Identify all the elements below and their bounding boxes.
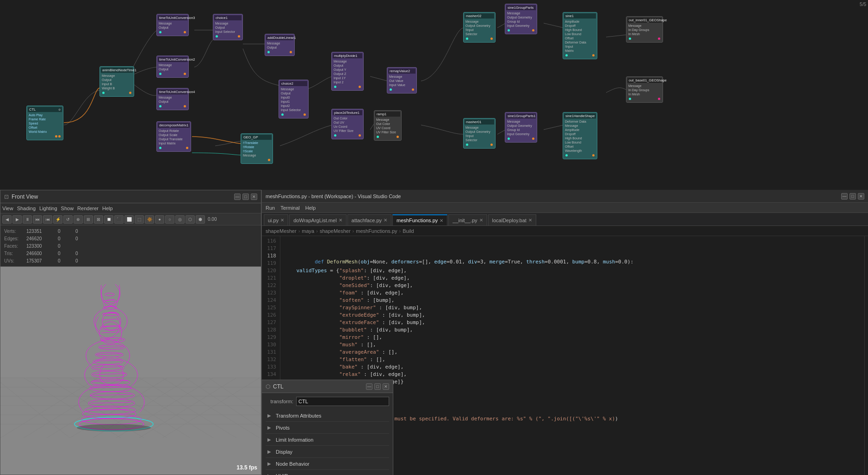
- tab-dowrap[interactable]: doWrapArgList.mel ✕: [289, 214, 346, 225]
- tab-close-dowrap[interactable]: ✕: [339, 218, 342, 223]
- section-display[interactable]: ▶ Display: [266, 446, 389, 458]
- breadcrumb-item-1[interactable]: shapeMesher: [266, 228, 297, 234]
- breadcrumb-item-5[interactable]: Build: [403, 228, 414, 234]
- section-uuid[interactable]: ▶ UUID: [266, 470, 389, 475]
- tab-localdeploy[interactable]: localDeploy.bat ✕: [488, 214, 536, 225]
- breadcrumb-item-4[interactable]: meshFunctions.py: [356, 228, 397, 234]
- node-out-inner[interactable]: out_inner01_GEOShape Message In Day Grou…: [626, 16, 663, 43]
- vscode-breadcrumb: shapeMesher › maya › shapeMesher › meshF…: [262, 226, 868, 236]
- vscode-scrollbar[interactable]: [864, 236, 868, 475]
- toolbar-btn-13[interactable]: ⬜: [124, 215, 134, 224]
- tab-ui-py[interactable]: ui.py ✕: [264, 214, 288, 225]
- toolbar-btn-6[interactable]: ⚡: [53, 215, 62, 224]
- menu-terminal[interactable]: Terminal: [280, 205, 300, 211]
- node-sine1[interactable]: sine1 Amplitude Dropoff High Bound Low B…: [563, 12, 597, 59]
- close-btn[interactable]: ✕: [251, 194, 257, 200]
- toolbar-btn-20[interactable]: ⬢: [196, 215, 205, 224]
- node-masher02[interactable]: masher02 Message Output Geometry !Input …: [463, 12, 496, 43]
- code-line-121: "droplet": [div, edge],: [284, 275, 861, 282]
- transform-input[interactable]: [296, 397, 389, 406]
- node-animblend[interactable]: animBlendNodeTime1 Message Output Input …: [99, 66, 134, 97]
- node-decompose[interactable]: decomposeMatrix1 Output Rotate Output Sc…: [156, 121, 191, 152]
- toolbar-btn-4[interactable]: ⏭: [33, 215, 42, 224]
- tab-label-init: __init__.py: [453, 218, 477, 223]
- front-view-window-controls: — □ ✕: [234, 194, 257, 200]
- ctl-minimize-btn[interactable]: —: [366, 383, 372, 390]
- menu-show[interactable]: Show: [61, 206, 74, 211]
- toolbar-btn-17[interactable]: ○: [165, 215, 174, 224]
- code-line-116: [284, 238, 861, 245]
- node-timeunit2[interactable]: timeToUnitConversion2 Message Output: [156, 56, 189, 78]
- section-pivots[interactable]: ▶ Pivots: [266, 422, 389, 434]
- node-add[interactable]: addDoubleLinear1 Message Output: [265, 34, 295, 56]
- ctl-close-btn[interactable]: ✕: [383, 383, 389, 390]
- toolbar-btn-2[interactable]: ▶: [12, 215, 22, 224]
- toolbar-btn-16[interactable]: ●: [155, 215, 164, 224]
- vscode-window-controls: — □ ✕: [841, 193, 864, 200]
- menu-run[interactable]: Run: [266, 205, 275, 211]
- node-out-base[interactable]: out_base01_GEOShape Message In Day Group…: [626, 76, 663, 103]
- section-limit-info[interactable]: ▶ Limit Information: [266, 434, 389, 446]
- code-line-131: "averageArea" : [],: [284, 349, 861, 356]
- code-line-125: "raySpinner" : [div, bump],: [284, 305, 861, 312]
- vscode-minimize[interactable]: —: [841, 193, 848, 200]
- toolbar-btn-7[interactable]: ↺: [63, 215, 73, 224]
- menu-view[interactable]: View: [2, 206, 13, 211]
- node-sine1gp1[interactable]: sine1GroupParts1 Message Output Geometry…: [505, 112, 537, 143]
- ctl-maximize-btn[interactable]: □: [374, 383, 381, 390]
- toolbar-btn-1[interactable]: ◀: [2, 215, 12, 224]
- toolbar-btn-11[interactable]: 🔲: [104, 215, 113, 224]
- node-place2d[interactable]: place2dTexture1 Out Color Out UV Uv Coor…: [331, 109, 364, 139]
- toolbar-btn-18[interactable]: ◎: [175, 215, 185, 224]
- node-sine1gp[interactable]: sine1GroupParts Message Output Geometry …: [505, 4, 537, 34]
- breadcrumb-item-2[interactable]: maya: [302, 228, 314, 234]
- transform-label: transform:: [266, 399, 293, 404]
- toolbar-btn-19[interactable]: ⬡: [186, 215, 195, 224]
- ln-131: 131: [262, 349, 280, 356]
- node-ramp[interactable]: ramp1 Message Out Color UV Coord UV Filt…: [374, 110, 402, 141]
- node-ctl[interactable]: CTL ⚙ Auto Play Frame Rate Speed Offset …: [26, 106, 63, 140]
- node-choice2[interactable]: choice2 Message Output Input0 Input1 Inp…: [279, 80, 309, 119]
- toolbar-btn-8[interactable]: ⊕: [74, 215, 83, 224]
- tab-close-attachface[interactable]: ✕: [384, 218, 387, 223]
- toolbar-btn-12[interactable]: ⬛: [114, 215, 124, 224]
- ctl-icon: ⬡: [266, 383, 270, 390]
- tab-meshfunctions[interactable]: meshFunctions.py ✕: [392, 214, 447, 225]
- node-graph[interactable]: CTL ⚙ Auto Play Frame Rate Speed Offset …: [0, 0, 868, 190]
- tab-attachface[interactable]: attachface.py ✕: [347, 214, 391, 225]
- tab-close-ui[interactable]: ✕: [280, 218, 284, 223]
- toolbar-btn-5[interactable]: ⏮: [43, 215, 52, 224]
- menu-renderer[interactable]: Renderer: [77, 206, 99, 211]
- toolbar-btn-3[interactable]: ⏸: [23, 215, 32, 224]
- toolbar-btn-9[interactable]: ⊞: [84, 215, 93, 224]
- node-multiply[interactable]: multiplyDivide1 Message Output Output Y …: [331, 52, 364, 91]
- node-remap[interactable]: remapValue2 Message Out Value Input Valu…: [387, 67, 417, 94]
- menu-vscode-help[interactable]: Help: [305, 205, 316, 211]
- breadcrumb-item-3[interactable]: shapeMesher: [320, 228, 351, 234]
- node-choice1[interactable]: choice1 Message Output Input Selector: [213, 14, 243, 40]
- vscode-maximize[interactable]: □: [849, 193, 856, 200]
- node-timeunit4[interactable]: timeToUnitConversion4 Message Output: [156, 88, 189, 110]
- node-geogp[interactable]: GEO_GP !!Translate !!Rotate !!Scale Mess…: [241, 133, 273, 164]
- minimize-btn[interactable]: —: [234, 194, 241, 200]
- node-timeunit3[interactable]: timeToUnitConversion3 Message Output: [156, 14, 189, 36]
- maximize-btn[interactable]: □: [242, 194, 249, 200]
- tab-label-meshfunctions: meshFunctions.py: [397, 218, 438, 223]
- menu-shading[interactable]: Shading: [17, 206, 36, 211]
- tab-close-init[interactable]: ✕: [479, 218, 483, 223]
- code-line-124: "soften" : [bump],: [284, 297, 861, 305]
- menu-lighting[interactable]: Lighting: [39, 206, 57, 211]
- tab-close-localdeploy[interactable]: ✕: [528, 218, 532, 223]
- section-node-behavior[interactable]: ▶ Node Behavior: [266, 458, 389, 470]
- toolbar-btn-15[interactable]: 🔆: [145, 215, 154, 224]
- node-sine1handle[interactable]: sine1HandleShape Deformer Data Message A…: [563, 112, 597, 159]
- vscode-close[interactable]: ✕: [858, 193, 864, 200]
- toolbar-btn-14[interactable]: ⬚: [135, 215, 144, 224]
- section-transform-attrs[interactable]: ▶ Transform Attributes: [266, 410, 389, 422]
- tab-init[interactable]: __init__.py ✕: [448, 214, 487, 225]
- menu-help[interactable]: Help: [102, 206, 113, 211]
- tab-close-meshfunctions[interactable]: ✕: [440, 218, 443, 223]
- toolbar-btn-10[interactable]: ⊠: [94, 215, 103, 224]
- viewport-canvas[interactable]: 13.5 fps: [0, 267, 261, 475]
- node-masher01[interactable]: masher01 Message Output Geometry !Input …: [463, 118, 496, 149]
